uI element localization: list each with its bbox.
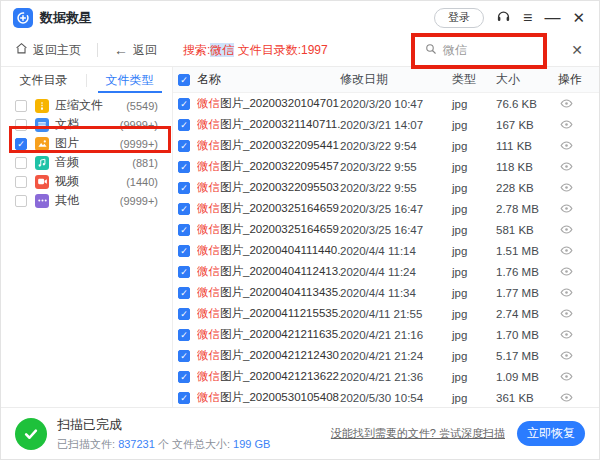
- row-checkbox[interactable]: ✓: [178, 119, 190, 131]
- file-date: 2020/3/25 16:47: [340, 224, 452, 236]
- app-window: 数据救星 登录 ≡ — ✕ 返回主页 ← 返回 搜索:微信 文件目录数:1997: [0, 0, 600, 460]
- preview-eye-icon[interactable]: [560, 97, 573, 110]
- directory-count: 1997: [301, 43, 328, 57]
- tab-file-type[interactable]: 文件类型: [87, 67, 172, 93]
- preview-eye-icon[interactable]: [560, 391, 573, 404]
- row-checkbox[interactable]: ✓: [178, 140, 190, 152]
- file-type-item[interactable]: 文档 (9999+): [1, 115, 172, 134]
- row-checkbox[interactable]: ✓: [178, 98, 190, 110]
- file-type-item[interactable]: 压缩文件 (5549): [1, 96, 172, 115]
- preview-eye-icon[interactable]: [560, 223, 573, 236]
- file-date: 2020/3/22 9:55: [340, 161, 452, 173]
- preview-eye-icon[interactable]: [560, 202, 573, 215]
- file-name: 微信图片_20200321140711.jpg: [197, 117, 340, 132]
- preview-eye-icon[interactable]: [560, 349, 573, 362]
- table-row[interactable]: ✓ 微信图片_20200421213622.jpg 2020/4/21 21:3…: [173, 366, 599, 387]
- row-checkbox[interactable]: ✓: [178, 329, 190, 341]
- row-checkbox[interactable]: ✓: [178, 224, 190, 236]
- header-size[interactable]: 大小: [496, 71, 558, 88]
- file-name: 微信图片_20200411215535.jpg: [197, 306, 340, 321]
- type-count: (9999+): [120, 138, 158, 150]
- table-row[interactable]: ✓ 微信图片_20200411215535.jpg 2020/4/11 21:5…: [173, 303, 599, 324]
- preview-eye-icon[interactable]: [560, 370, 573, 383]
- file-date: 2020/3/20 10:47: [340, 98, 452, 110]
- total-file-size: 199 GB: [233, 438, 270, 450]
- table-row[interactable]: ✓ 微信图片_20200404111440.jpg 2020/4/4 11:14…: [173, 240, 599, 261]
- row-checkbox[interactable]: ✓: [178, 161, 190, 173]
- login-button[interactable]: 登录: [434, 8, 484, 28]
- search-input[interactable]: 微信: [425, 34, 467, 66]
- row-checkbox[interactable]: ✓: [178, 266, 190, 278]
- preview-eye-icon[interactable]: [560, 307, 573, 320]
- preview-eye-icon[interactable]: [560, 328, 573, 341]
- file-type-item[interactable]: 音频 (881): [1, 153, 172, 172]
- minimize-icon[interactable]: —: [544, 10, 560, 26]
- table-row[interactable]: ✓ 微信图片_20200404112413.jpg 2020/4/4 11:24…: [173, 261, 599, 282]
- file-type-item[interactable]: ✓ 图片 (9999+): [1, 134, 172, 153]
- row-checkbox[interactable]: ✓: [178, 350, 190, 362]
- row-checkbox[interactable]: ✓: [178, 392, 190, 404]
- row-checkbox[interactable]: ✓: [178, 203, 190, 215]
- back-button[interactable]: ← 返回: [114, 42, 157, 59]
- preview-eye-icon[interactable]: [560, 139, 573, 152]
- close-icon[interactable]: ✕: [572, 10, 585, 25]
- headset-support-icon[interactable]: [496, 9, 511, 27]
- table-row[interactable]: ✓ 微信图片_20200421212430.jpg 2020/4/21 21:2…: [173, 345, 599, 366]
- row-checkbox[interactable]: ✓: [178, 308, 190, 320]
- clear-search-icon[interactable]: ✕: [571, 42, 583, 58]
- row-checkbox[interactable]: ✓: [178, 245, 190, 257]
- preview-eye-icon[interactable]: [560, 160, 573, 173]
- recover-now-button[interactable]: 立即恢复: [517, 421, 585, 446]
- type-checkbox[interactable]: [15, 157, 27, 169]
- preview-eye-icon[interactable]: [560, 118, 573, 131]
- type-checkbox[interactable]: [15, 195, 27, 207]
- table-row[interactable]: ✓ 微信图片_20200321140711.jpg 2020/3/21 14:0…: [173, 114, 599, 135]
- file-name: 微信图片_20200530105408.jpg: [197, 390, 340, 405]
- select-all-checkbox[interactable]: ✓: [178, 74, 190, 86]
- file-name: 微信图片_20200325164659.jpg: [197, 201, 340, 216]
- file-type-item[interactable]: 其他 (9999+): [1, 191, 172, 210]
- file-type-item[interactable]: 视频 (1440): [1, 172, 172, 191]
- row-checkbox[interactable]: ✓: [178, 182, 190, 194]
- type-label: 音频: [55, 154, 79, 171]
- scan-stats: 已扫描文件: 837231 个 文件总大小: 199 GB: [57, 437, 270, 452]
- tab-file-directory[interactable]: 文件目录: [1, 67, 86, 93]
- file-name-highlight: 微信: [197, 391, 220, 403]
- preview-eye-icon[interactable]: [560, 265, 573, 278]
- file-type-list: 压缩文件 (5549) 文档 (9999+) ✓ 图片 (9999+) 音频 (…: [1, 93, 172, 210]
- preview-eye-icon[interactable]: [560, 181, 573, 194]
- table-row[interactable]: ✓ 微信图片_20200320104701.jpg 2020/3/20 10:4…: [173, 93, 599, 114]
- home-button[interactable]: 返回主页: [15, 42, 81, 59]
- table-row[interactable]: ✓ 微信图片_202003251646591.jpg 2020/3/25 16:…: [173, 219, 599, 240]
- table-row[interactable]: ✓ 微信图片_20200322095457.jpg 2020/3/22 9:55…: [173, 156, 599, 177]
- deep-scan-link[interactable]: 没能找到需要的文件? 尝试深度扫描: [331, 426, 505, 441]
- row-checkbox[interactable]: ✓: [178, 371, 190, 383]
- file-name-highlight: 微信: [197, 370, 220, 382]
- table-row[interactable]: ✓ 微信图片_20200322095503.jpg 2020/3/22 9:55…: [173, 177, 599, 198]
- header-date[interactable]: 修改日期: [340, 71, 452, 88]
- type-checkbox[interactable]: [15, 176, 27, 188]
- table-row[interactable]: ✓ 微信图片_20200404113435.jpg 2020/4/4 11:34…: [173, 282, 599, 303]
- menu-icon[interactable]: ≡: [523, 10, 532, 26]
- file-type: jpg: [452, 140, 496, 152]
- type-checkbox[interactable]: ✓: [15, 138, 27, 150]
- preview-eye-icon[interactable]: [560, 244, 573, 257]
- file-date: 2020/4/4 11:14: [340, 245, 452, 257]
- header-name[interactable]: 名称: [197, 71, 340, 88]
- back-arrow-icon: ←: [114, 42, 128, 58]
- file-name-highlight: 微信: [197, 349, 220, 361]
- header-type[interactable]: 类型: [452, 71, 496, 88]
- preview-eye-icon[interactable]: [560, 286, 573, 299]
- table-row[interactable]: ✓ 微信图片_20200322095441.jpg 2020/3/22 9:54…: [173, 135, 599, 156]
- table-row[interactable]: ✓ 微信图片_20200421211635.jpg 2020/4/21 21:1…: [173, 324, 599, 345]
- table-row[interactable]: ✓ 微信图片_20200530105408.jpg 2020/5/30 10:5…: [173, 387, 599, 408]
- type-checkbox[interactable]: [15, 100, 27, 112]
- type-checkbox[interactable]: [15, 119, 27, 131]
- scan-complete-check-icon: [15, 418, 47, 450]
- file-name: 微信图片_20200404112413.jpg: [197, 264, 340, 279]
- type-count: (9999+): [120, 195, 158, 207]
- file-name-highlight: 微信: [197, 286, 220, 298]
- row-checkbox[interactable]: ✓: [178, 287, 190, 299]
- table-row[interactable]: ✓ 微信图片_20200325164659.jpg 2020/3/25 16:4…: [173, 198, 599, 219]
- file-name: 微信图片_202003251646591.jpg: [197, 222, 340, 237]
